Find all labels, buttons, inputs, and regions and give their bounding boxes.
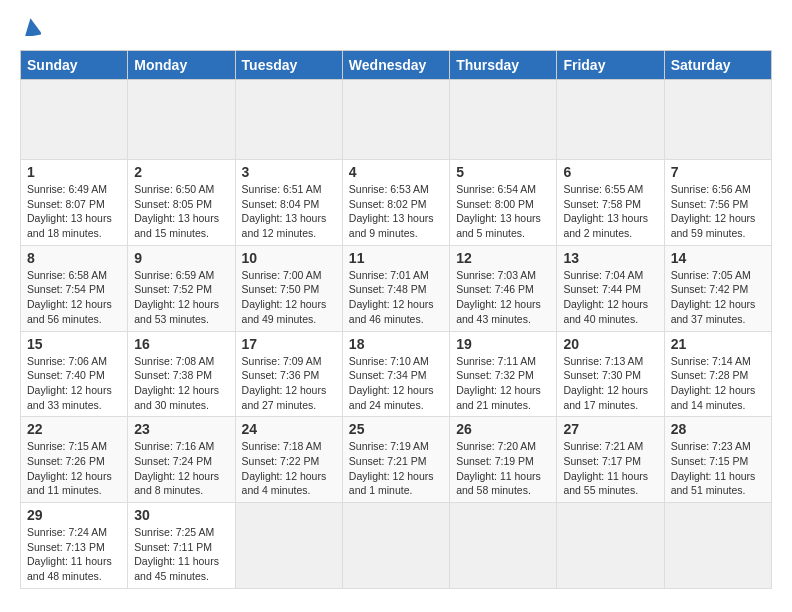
- day-info: Sunrise: 7:25 AMSunset: 7:11 PMDaylight:…: [134, 525, 228, 584]
- calendar-table: SundayMondayTuesdayWednesdayThursdayFrid…: [20, 50, 772, 589]
- day-info: Sunrise: 7:10 AMSunset: 7:34 PMDaylight:…: [349, 354, 443, 413]
- day-info: Sunrise: 7:06 AMSunset: 7:40 PMDaylight:…: [27, 354, 121, 413]
- weekday-header-saturday: Saturday: [664, 51, 771, 80]
- calendar-cell: 6Sunrise: 6:55 AMSunset: 7:58 PMDaylight…: [557, 160, 664, 246]
- day-info: Sunrise: 7:08 AMSunset: 7:38 PMDaylight:…: [134, 354, 228, 413]
- calendar-cell: 23Sunrise: 7:16 AMSunset: 7:24 PMDayligh…: [128, 417, 235, 503]
- logo-icon-triangle: [23, 18, 41, 40]
- day-info: Sunrise: 7:01 AMSunset: 7:48 PMDaylight:…: [349, 268, 443, 327]
- day-number: 30: [134, 507, 228, 523]
- calendar-cell: 24Sunrise: 7:18 AMSunset: 7:22 PMDayligh…: [235, 417, 342, 503]
- weekday-header-tuesday: Tuesday: [235, 51, 342, 80]
- calendar-cell: [235, 503, 342, 589]
- calendar-cell: [235, 80, 342, 160]
- day-number: 18: [349, 336, 443, 352]
- day-number: 29: [27, 507, 121, 523]
- day-number: 28: [671, 421, 765, 437]
- day-info: Sunrise: 7:05 AMSunset: 7:42 PMDaylight:…: [671, 268, 765, 327]
- day-info: Sunrise: 7:18 AMSunset: 7:22 PMDaylight:…: [242, 439, 336, 498]
- day-number: 17: [242, 336, 336, 352]
- calendar-cell: 12Sunrise: 7:03 AMSunset: 7:46 PMDayligh…: [450, 245, 557, 331]
- day-number: 22: [27, 421, 121, 437]
- day-info: Sunrise: 6:53 AMSunset: 8:02 PMDaylight:…: [349, 182, 443, 241]
- day-number: 8: [27, 250, 121, 266]
- day-number: 2: [134, 164, 228, 180]
- day-number: 16: [134, 336, 228, 352]
- logo: [20, 20, 41, 40]
- calendar-cell: 27Sunrise: 7:21 AMSunset: 7:17 PMDayligh…: [557, 417, 664, 503]
- calendar-cell: [557, 503, 664, 589]
- weekday-header-thursday: Thursday: [450, 51, 557, 80]
- day-info: Sunrise: 7:23 AMSunset: 7:15 PMDaylight:…: [671, 439, 765, 498]
- day-number: 1: [27, 164, 121, 180]
- calendar-cell: [342, 80, 449, 160]
- calendar-cell: [557, 80, 664, 160]
- day-info: Sunrise: 6:51 AMSunset: 8:04 PMDaylight:…: [242, 182, 336, 241]
- calendar-cell: [450, 80, 557, 160]
- day-info: Sunrise: 7:21 AMSunset: 7:17 PMDaylight:…: [563, 439, 657, 498]
- day-number: 6: [563, 164, 657, 180]
- svg-marker-0: [23, 18, 41, 36]
- day-number: 13: [563, 250, 657, 266]
- calendar-cell: 20Sunrise: 7:13 AMSunset: 7:30 PMDayligh…: [557, 331, 664, 417]
- calendar-cell: 28Sunrise: 7:23 AMSunset: 7:15 PMDayligh…: [664, 417, 771, 503]
- day-number: 23: [134, 421, 228, 437]
- calendar-cell: 1Sunrise: 6:49 AMSunset: 8:07 PMDaylight…: [21, 160, 128, 246]
- day-number: 5: [456, 164, 550, 180]
- calendar-cell: 22Sunrise: 7:15 AMSunset: 7:26 PMDayligh…: [21, 417, 128, 503]
- calendar-cell: [664, 503, 771, 589]
- day-number: 15: [27, 336, 121, 352]
- day-info: Sunrise: 6:49 AMSunset: 8:07 PMDaylight:…: [27, 182, 121, 241]
- weekday-header-wednesday: Wednesday: [342, 51, 449, 80]
- calendar-cell: 13Sunrise: 7:04 AMSunset: 7:44 PMDayligh…: [557, 245, 664, 331]
- day-number: 4: [349, 164, 443, 180]
- calendar-cell: 4Sunrise: 6:53 AMSunset: 8:02 PMDaylight…: [342, 160, 449, 246]
- day-number: 25: [349, 421, 443, 437]
- calendar-cell: 10Sunrise: 7:00 AMSunset: 7:50 PMDayligh…: [235, 245, 342, 331]
- calendar-cell: 19Sunrise: 7:11 AMSunset: 7:32 PMDayligh…: [450, 331, 557, 417]
- calendar-cell: 2Sunrise: 6:50 AMSunset: 8:05 PMDaylight…: [128, 160, 235, 246]
- day-number: 3: [242, 164, 336, 180]
- day-info: Sunrise: 7:09 AMSunset: 7:36 PMDaylight:…: [242, 354, 336, 413]
- day-info: Sunrise: 7:20 AMSunset: 7:19 PMDaylight:…: [456, 439, 550, 498]
- calendar-cell: 11Sunrise: 7:01 AMSunset: 7:48 PMDayligh…: [342, 245, 449, 331]
- day-info: Sunrise: 7:19 AMSunset: 7:21 PMDaylight:…: [349, 439, 443, 498]
- calendar-cell: 9Sunrise: 6:59 AMSunset: 7:52 PMDaylight…: [128, 245, 235, 331]
- calendar-cell: 17Sunrise: 7:09 AMSunset: 7:36 PMDayligh…: [235, 331, 342, 417]
- day-number: 9: [134, 250, 228, 266]
- calendar-cell: [128, 80, 235, 160]
- calendar-cell: [450, 503, 557, 589]
- day-number: 21: [671, 336, 765, 352]
- day-info: Sunrise: 7:00 AMSunset: 7:50 PMDaylight:…: [242, 268, 336, 327]
- calendar-cell: 8Sunrise: 6:58 AMSunset: 7:54 PMDaylight…: [21, 245, 128, 331]
- calendar-cell: [21, 80, 128, 160]
- day-info: Sunrise: 7:04 AMSunset: 7:44 PMDaylight:…: [563, 268, 657, 327]
- weekday-header-friday: Friday: [557, 51, 664, 80]
- calendar-cell: 29Sunrise: 7:24 AMSunset: 7:13 PMDayligh…: [21, 503, 128, 589]
- calendar-cell: 25Sunrise: 7:19 AMSunset: 7:21 PMDayligh…: [342, 417, 449, 503]
- day-info: Sunrise: 6:54 AMSunset: 8:00 PMDaylight:…: [456, 182, 550, 241]
- day-info: Sunrise: 6:59 AMSunset: 7:52 PMDaylight:…: [134, 268, 228, 327]
- day-number: 24: [242, 421, 336, 437]
- calendar-cell: 15Sunrise: 7:06 AMSunset: 7:40 PMDayligh…: [21, 331, 128, 417]
- calendar-cell: 26Sunrise: 7:20 AMSunset: 7:19 PMDayligh…: [450, 417, 557, 503]
- day-number: 14: [671, 250, 765, 266]
- calendar-cell: [342, 503, 449, 589]
- day-info: Sunrise: 7:24 AMSunset: 7:13 PMDaylight:…: [27, 525, 121, 584]
- weekday-header-monday: Monday: [128, 51, 235, 80]
- day-number: 20: [563, 336, 657, 352]
- day-number: 27: [563, 421, 657, 437]
- day-info: Sunrise: 7:15 AMSunset: 7:26 PMDaylight:…: [27, 439, 121, 498]
- day-info: Sunrise: 6:58 AMSunset: 7:54 PMDaylight:…: [27, 268, 121, 327]
- calendar-cell: 7Sunrise: 6:56 AMSunset: 7:56 PMDaylight…: [664, 160, 771, 246]
- day-info: Sunrise: 7:16 AMSunset: 7:24 PMDaylight:…: [134, 439, 228, 498]
- day-info: Sunrise: 7:14 AMSunset: 7:28 PMDaylight:…: [671, 354, 765, 413]
- day-info: Sunrise: 7:03 AMSunset: 7:46 PMDaylight:…: [456, 268, 550, 327]
- calendar-cell: [664, 80, 771, 160]
- calendar-cell: 21Sunrise: 7:14 AMSunset: 7:28 PMDayligh…: [664, 331, 771, 417]
- calendar-cell: 16Sunrise: 7:08 AMSunset: 7:38 PMDayligh…: [128, 331, 235, 417]
- day-info: Sunrise: 6:50 AMSunset: 8:05 PMDaylight:…: [134, 182, 228, 241]
- day-number: 10: [242, 250, 336, 266]
- day-number: 7: [671, 164, 765, 180]
- day-info: Sunrise: 7:11 AMSunset: 7:32 PMDaylight:…: [456, 354, 550, 413]
